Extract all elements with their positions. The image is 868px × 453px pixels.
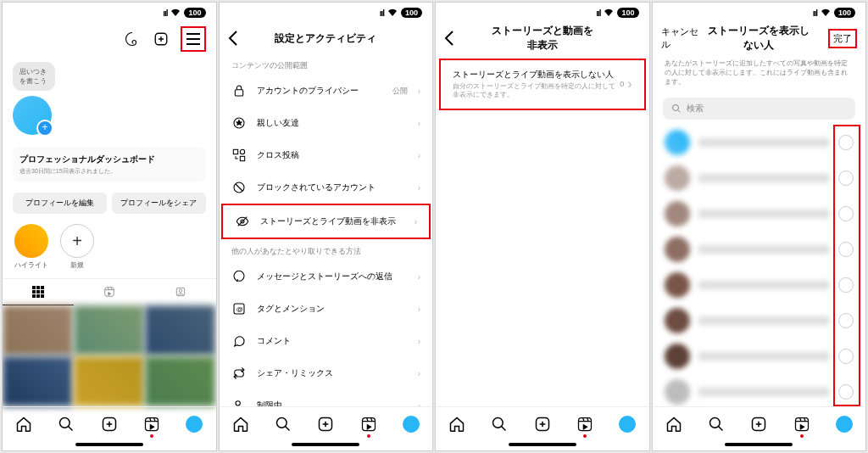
chevron-right-icon: › bbox=[418, 337, 420, 346]
reels-icon[interactable] bbox=[576, 416, 593, 433]
menu-icon[interactable] bbox=[181, 26, 206, 52]
reels-icon[interactable] bbox=[143, 416, 160, 433]
share-profile-button[interactable]: プロフィールをシェア bbox=[112, 193, 206, 214]
chevron-right-icon: › bbox=[418, 151, 420, 160]
professional-dashboard[interactable]: プロフェッショナルダッシュボード 過去30日間に15回表示されました。 bbox=[13, 147, 206, 182]
highlight-item[interactable]: ハイライト bbox=[14, 224, 48, 270]
checkbox[interactable] bbox=[838, 277, 854, 293]
tab-grid[interactable] bbox=[3, 279, 74, 305]
reels-icon[interactable] bbox=[793, 416, 810, 433]
search-icon[interactable] bbox=[708, 416, 725, 433]
checkbox[interactable] bbox=[838, 171, 854, 186]
post-thumbnail[interactable] bbox=[74, 305, 144, 355]
row-label: メッセージとストーリーズへの返信 bbox=[257, 271, 408, 282]
list-item[interactable] bbox=[653, 267, 866, 303]
home-icon[interactable] bbox=[448, 416, 465, 433]
list-item[interactable] bbox=[653, 303, 866, 338]
create-icon[interactable] bbox=[317, 416, 334, 433]
post-thumbnail[interactable] bbox=[145, 356, 215, 406]
star-icon bbox=[231, 115, 247, 131]
post-thumbnail[interactable] bbox=[145, 305, 215, 355]
edit-profile-button[interactable]: プロフィールを編集 bbox=[13, 193, 107, 214]
profile-avatar[interactable] bbox=[13, 96, 52, 135]
row-value: 公開 bbox=[392, 86, 408, 97]
username bbox=[698, 281, 831, 289]
section-label: コンテンツの公開範囲 bbox=[220, 53, 433, 75]
checkbox[interactable] bbox=[838, 313, 854, 328]
checkbox[interactable] bbox=[838, 242, 854, 257]
list-item[interactable] bbox=[653, 232, 866, 267]
svg-rect-9 bbox=[41, 294, 44, 298]
chevron-right-icon: › bbox=[418, 305, 420, 314]
highlights-row: ハイライト + 新規 bbox=[3, 219, 216, 275]
header: ストーリーズと動画を非表示 bbox=[436, 23, 649, 53]
list-item[interactable] bbox=[653, 160, 866, 196]
search-icon[interactable] bbox=[275, 416, 292, 433]
people-list bbox=[653, 125, 866, 406]
profile-icon[interactable] bbox=[403, 416, 420, 433]
home-icon[interactable] bbox=[15, 416, 32, 433]
home-indicator bbox=[75, 443, 143, 446]
signal-icon: ııl bbox=[596, 8, 600, 18]
search-placeholder: 検索 bbox=[687, 103, 704, 115]
home-icon[interactable] bbox=[665, 416, 682, 433]
highlight-new[interactable]: + 新規 bbox=[60, 224, 94, 270]
home-icon[interactable] bbox=[232, 416, 249, 433]
svg-point-27 bbox=[236, 401, 240, 405]
profile-icon[interactable] bbox=[186, 416, 203, 433]
block-icon bbox=[231, 180, 247, 195]
search-icon[interactable] bbox=[58, 416, 75, 433]
checkbox[interactable] bbox=[838, 206, 854, 221]
reels-icon[interactable] bbox=[360, 416, 377, 433]
list-item[interactable] bbox=[653, 196, 866, 232]
row-tags[interactable]: @ タグとメンション › bbox=[220, 293, 433, 325]
tab-reels[interactable] bbox=[74, 279, 145, 305]
search-icon[interactable] bbox=[491, 416, 508, 433]
row-messages[interactable]: メッセージとストーリーズへの返信 › bbox=[220, 260, 433, 293]
signal-icon: ııl bbox=[163, 8, 167, 18]
note-section[interactable]: 思いつきを書こう bbox=[13, 62, 206, 135]
profile-icon[interactable] bbox=[836, 416, 853, 433]
row-label: 親しい友達 bbox=[257, 117, 408, 129]
list-item[interactable] bbox=[653, 338, 866, 374]
username bbox=[698, 245, 831, 254]
create-icon[interactable] bbox=[750, 416, 767, 433]
checkbox[interactable] bbox=[838, 135, 854, 150]
profile-tabs bbox=[3, 278, 216, 305]
bottom-nav bbox=[436, 406, 649, 440]
row-restricted[interactable]: 制限中 › bbox=[220, 389, 433, 406]
post-thumbnail[interactable] bbox=[74, 356, 144, 406]
done-button[interactable]: 完了 bbox=[828, 29, 857, 48]
threads-icon[interactable] bbox=[123, 30, 142, 48]
profile-icon[interactable] bbox=[619, 416, 636, 433]
highlight-label: ハイライト bbox=[14, 260, 48, 270]
create-icon[interactable] bbox=[101, 416, 118, 433]
hide-story-from-item[interactable]: ストーリーズとライブ動画を表示しない人 自分のストーリーズとライブ動画を特定の人… bbox=[439, 59, 646, 110]
row-share[interactable]: シェア・リミックス › bbox=[220, 357, 433, 389]
row-comments[interactable]: コメント › bbox=[220, 325, 433, 357]
list-item[interactable] bbox=[653, 125, 866, 160]
row-crosspost[interactable]: クロス投稿 › bbox=[220, 139, 433, 171]
comment-icon bbox=[231, 333, 247, 349]
post-thumbnail[interactable] bbox=[3, 356, 73, 406]
list-item[interactable] bbox=[653, 374, 866, 406]
search-input[interactable]: 検索 bbox=[663, 98, 856, 120]
search-icon bbox=[671, 103, 682, 114]
svg-rect-4 bbox=[32, 290, 36, 294]
row-blocked[interactable]: ブロックされているアカウント › bbox=[220, 171, 433, 204]
create-icon[interactable] bbox=[152, 30, 170, 48]
home-indicator bbox=[292, 443, 359, 446]
back-icon[interactable] bbox=[228, 31, 238, 46]
checkbox[interactable] bbox=[838, 349, 854, 364]
create-icon[interactable] bbox=[534, 416, 551, 433]
item-count: 0 bbox=[620, 80, 624, 88]
tab-tagged[interactable] bbox=[145, 279, 216, 305]
row-close-friends[interactable]: 親しい友達 › bbox=[220, 107, 433, 139]
row-hide-story[interactable]: ストーリーズとライブ動画を非表示 › bbox=[221, 204, 431, 239]
checkbox[interactable] bbox=[838, 384, 854, 400]
home-indicator bbox=[509, 443, 576, 446]
post-thumbnail[interactable] bbox=[3, 305, 73, 355]
back-icon[interactable] bbox=[444, 31, 454, 46]
cancel-button[interactable]: キャンセル bbox=[661, 25, 704, 51]
row-account-privacy[interactable]: アカウントのプライバシー 公開 › bbox=[220, 75, 433, 107]
